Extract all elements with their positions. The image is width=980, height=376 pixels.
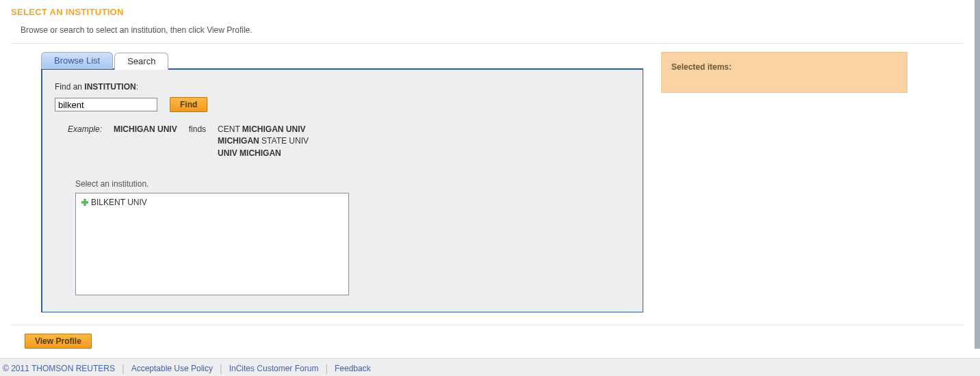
- footer: © 2011 THOMSON REUTERS | Acceptable Use …: [0, 358, 980, 376]
- divider: [11, 325, 964, 325]
- find-button[interactable]: Find: [170, 97, 207, 112]
- footer-separator: |: [122, 363, 125, 374]
- intro-text: Browse or search to select an institutio…: [21, 25, 964, 35]
- example-block: Example: MICHIGAN UNIV finds CENT MICHIG…: [66, 122, 630, 161]
- example-results: CENT MICHIGAN UNIV MICHIGAN STATE UNIV U…: [217, 123, 318, 160]
- tab-bar: Browse List Search: [41, 52, 643, 69]
- select-institution-label: Select an institution.: [75, 179, 630, 189]
- divider: [11, 43, 964, 44]
- example-label: Example:: [67, 123, 112, 160]
- search-input[interactable]: [55, 98, 157, 111]
- result-name: BILKENT UNIV: [91, 198, 147, 207]
- example-query: MICHIGAN UNIV: [113, 123, 187, 160]
- search-panel: Find an INSTITUTION: Find Example: MICHI…: [41, 68, 643, 312]
- footer-separator: |: [325, 363, 328, 374]
- footer-copyright: © 2011 THOMSON REUTERS: [3, 364, 115, 373]
- example-finds-text: finds: [188, 123, 216, 160]
- svg-rect-3: [82, 202, 88, 203]
- selected-items-title: Selected items:: [671, 62, 732, 72]
- add-icon[interactable]: [81, 199, 88, 206]
- page-title: SELECT AN INSTITUTION: [11, 7, 964, 17]
- footer-link-feedback[interactable]: Feedback: [335, 364, 371, 373]
- tab-browse-list[interactable]: Browse List: [41, 52, 113, 69]
- selected-items-panel: Selected items:: [661, 52, 907, 93]
- footer-link-aup[interactable]: Acceptable Use Policy: [131, 364, 213, 373]
- find-label-suffix: :: [136, 82, 138, 92]
- footer-separator: |: [220, 363, 222, 374]
- list-item[interactable]: BILKENT UNIV: [80, 198, 344, 207]
- find-label-prefix: Find an: [55, 82, 84, 92]
- find-label-entity: INSTITUTION: [84, 82, 136, 92]
- results-list[interactable]: BILKENT UNIV: [75, 193, 349, 295]
- find-label: Find an INSTITUTION:: [55, 82, 630, 92]
- view-profile-button[interactable]: View Profile: [25, 334, 92, 349]
- footer-link-forum[interactable]: InCites Customer Forum: [229, 364, 319, 373]
- tab-search[interactable]: Search: [114, 53, 168, 70]
